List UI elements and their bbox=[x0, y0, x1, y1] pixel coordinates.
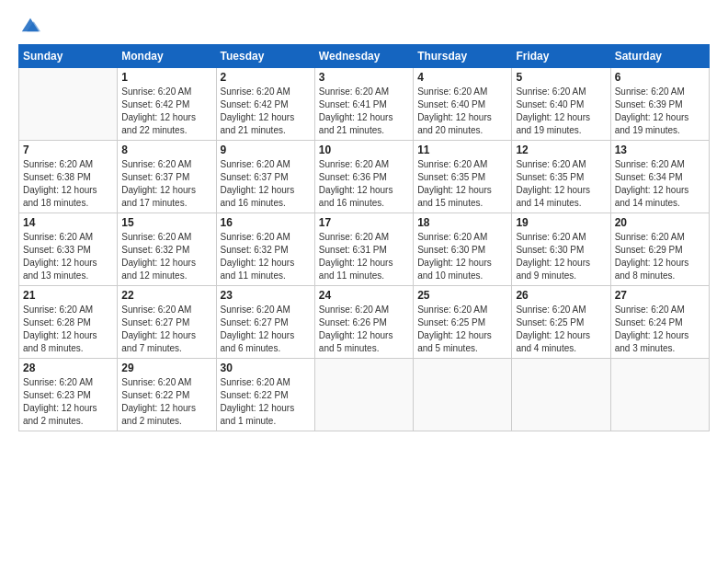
calendar-table: SundayMondayTuesdayWednesdayThursdayFrid… bbox=[18, 44, 710, 431]
day-number: 20 bbox=[615, 216, 705, 229]
day-number: 21 bbox=[23, 289, 113, 302]
day-number: 25 bbox=[417, 289, 507, 302]
calendar-cell: 22Sunrise: 6:20 AM Sunset: 6:27 PM Dayli… bbox=[118, 286, 216, 359]
day-info: Sunrise: 6:20 AM Sunset: 6:36 PM Dayligh… bbox=[319, 158, 409, 210]
calendar-cell bbox=[19, 68, 118, 141]
calendar-cell: 18Sunrise: 6:20 AM Sunset: 6:30 PM Dayli… bbox=[414, 213, 512, 286]
day-number: 10 bbox=[319, 144, 409, 156]
day-info: Sunrise: 6:20 AM Sunset: 6:25 PM Dayligh… bbox=[417, 304, 507, 355]
calendar-cell: 5Sunrise: 6:20 AM Sunset: 6:40 PM Daylig… bbox=[512, 68, 610, 141]
week-row-2: 7Sunrise: 6:20 AM Sunset: 6:38 PM Daylig… bbox=[19, 141, 710, 213]
col-header-monday: Monday bbox=[118, 45, 216, 68]
calendar-cell: 8Sunrise: 6:20 AM Sunset: 6:37 PM Daylig… bbox=[118, 141, 216, 213]
logo bbox=[18, 15, 40, 35]
day-info: Sunrise: 6:20 AM Sunset: 6:41 PM Dayligh… bbox=[319, 86, 409, 137]
day-number: 28 bbox=[23, 362, 113, 374]
calendar-cell: 1Sunrise: 6:20 AM Sunset: 6:42 PM Daylig… bbox=[118, 68, 216, 141]
calendar-cell: 23Sunrise: 6:20 AM Sunset: 6:27 PM Dayli… bbox=[216, 286, 314, 359]
day-number: 30 bbox=[221, 362, 311, 374]
day-info: Sunrise: 6:20 AM Sunset: 6:24 PM Dayligh… bbox=[615, 304, 705, 355]
calendar-cell bbox=[314, 359, 413, 431]
day-number: 15 bbox=[121, 216, 211, 229]
day-number: 17 bbox=[319, 216, 409, 229]
page: SundayMondayTuesdayWednesdayThursdayFrid… bbox=[0, 0, 728, 441]
calendar-cell: 30Sunrise: 6:20 AM Sunset: 6:22 PM Dayli… bbox=[216, 359, 314, 431]
calendar-cell bbox=[512, 359, 610, 431]
calendar-cell: 7Sunrise: 6:20 AM Sunset: 6:38 PM Daylig… bbox=[19, 141, 118, 213]
col-header-sunday: Sunday bbox=[19, 45, 118, 68]
day-number: 8 bbox=[121, 144, 211, 156]
day-info: Sunrise: 6:20 AM Sunset: 6:26 PM Dayligh… bbox=[319, 304, 409, 355]
day-number: 5 bbox=[516, 71, 606, 84]
header bbox=[18, 15, 710, 35]
day-number: 27 bbox=[615, 289, 705, 302]
day-info: Sunrise: 6:20 AM Sunset: 6:40 PM Dayligh… bbox=[516, 86, 606, 137]
day-info: Sunrise: 6:20 AM Sunset: 6:23 PM Dayligh… bbox=[23, 376, 113, 428]
day-number: 3 bbox=[319, 71, 409, 84]
calendar-header-row: SundayMondayTuesdayWednesdayThursdayFrid… bbox=[19, 45, 710, 68]
calendar-cell: 14Sunrise: 6:20 AM Sunset: 6:33 PM Dayli… bbox=[19, 213, 118, 286]
day-number: 19 bbox=[516, 216, 606, 229]
day-info: Sunrise: 6:20 AM Sunset: 6:30 PM Dayligh… bbox=[516, 231, 606, 282]
day-info: Sunrise: 6:20 AM Sunset: 6:42 PM Dayligh… bbox=[221, 86, 311, 137]
calendar-cell bbox=[610, 359, 709, 431]
calendar-cell bbox=[414, 359, 512, 431]
week-row-4: 21Sunrise: 6:20 AM Sunset: 6:28 PM Dayli… bbox=[19, 286, 710, 359]
week-row-3: 14Sunrise: 6:20 AM Sunset: 6:33 PM Dayli… bbox=[19, 213, 710, 286]
day-number: 14 bbox=[23, 216, 113, 229]
day-info: Sunrise: 6:20 AM Sunset: 6:37 PM Dayligh… bbox=[121, 158, 211, 210]
col-header-wednesday: Wednesday bbox=[314, 45, 413, 68]
calendar-cell: 20Sunrise: 6:20 AM Sunset: 6:29 PM Dayli… bbox=[610, 213, 709, 286]
calendar-cell: 25Sunrise: 6:20 AM Sunset: 6:25 PM Dayli… bbox=[414, 286, 512, 359]
calendar-cell: 6Sunrise: 6:20 AM Sunset: 6:39 PM Daylig… bbox=[610, 68, 709, 141]
day-info: Sunrise: 6:20 AM Sunset: 6:34 PM Dayligh… bbox=[615, 158, 705, 210]
col-header-tuesday: Tuesday bbox=[216, 45, 314, 68]
day-info: Sunrise: 6:20 AM Sunset: 6:42 PM Dayligh… bbox=[121, 86, 211, 137]
week-row-1: 1Sunrise: 6:20 AM Sunset: 6:42 PM Daylig… bbox=[19, 68, 710, 141]
calendar-cell: 10Sunrise: 6:20 AM Sunset: 6:36 PM Dayli… bbox=[314, 141, 413, 213]
day-info: Sunrise: 6:20 AM Sunset: 6:40 PM Dayligh… bbox=[417, 86, 507, 137]
calendar-cell: 27Sunrise: 6:20 AM Sunset: 6:24 PM Dayli… bbox=[610, 286, 709, 359]
calendar-cell: 11Sunrise: 6:20 AM Sunset: 6:35 PM Dayli… bbox=[414, 141, 512, 213]
calendar-cell: 17Sunrise: 6:20 AM Sunset: 6:31 PM Dayli… bbox=[314, 213, 413, 286]
day-info: Sunrise: 6:20 AM Sunset: 6:25 PM Dayligh… bbox=[516, 304, 606, 355]
day-info: Sunrise: 6:20 AM Sunset: 6:30 PM Dayligh… bbox=[417, 231, 507, 282]
day-number: 29 bbox=[121, 362, 211, 374]
day-info: Sunrise: 6:20 AM Sunset: 6:38 PM Dayligh… bbox=[23, 158, 113, 210]
calendar-cell: 13Sunrise: 6:20 AM Sunset: 6:34 PM Dayli… bbox=[610, 141, 709, 213]
day-number: 16 bbox=[221, 216, 311, 229]
calendar-cell: 24Sunrise: 6:20 AM Sunset: 6:26 PM Dayli… bbox=[314, 286, 413, 359]
day-info: Sunrise: 6:20 AM Sunset: 6:28 PM Dayligh… bbox=[23, 304, 113, 355]
calendar-cell: 28Sunrise: 6:20 AM Sunset: 6:23 PM Dayli… bbox=[19, 359, 118, 431]
calendar-cell: 4Sunrise: 6:20 AM Sunset: 6:40 PM Daylig… bbox=[414, 68, 512, 141]
day-number: 24 bbox=[319, 289, 409, 302]
day-number: 9 bbox=[221, 144, 311, 156]
calendar-cell: 16Sunrise: 6:20 AM Sunset: 6:32 PM Dayli… bbox=[216, 213, 314, 286]
week-row-5: 28Sunrise: 6:20 AM Sunset: 6:23 PM Dayli… bbox=[19, 359, 710, 431]
day-info: Sunrise: 6:20 AM Sunset: 6:32 PM Dayligh… bbox=[121, 231, 211, 282]
day-number: 4 bbox=[417, 71, 507, 84]
day-info: Sunrise: 6:20 AM Sunset: 6:33 PM Dayligh… bbox=[23, 231, 113, 282]
col-header-friday: Friday bbox=[512, 45, 610, 68]
day-number: 26 bbox=[516, 289, 606, 302]
day-info: Sunrise: 6:20 AM Sunset: 6:35 PM Dayligh… bbox=[516, 158, 606, 210]
day-number: 13 bbox=[615, 144, 705, 156]
calendar-cell: 15Sunrise: 6:20 AM Sunset: 6:32 PM Dayli… bbox=[118, 213, 216, 286]
calendar-cell: 26Sunrise: 6:20 AM Sunset: 6:25 PM Dayli… bbox=[512, 286, 610, 359]
day-number: 22 bbox=[121, 289, 211, 302]
day-number: 23 bbox=[221, 289, 311, 302]
day-info: Sunrise: 6:20 AM Sunset: 6:35 PM Dayligh… bbox=[417, 158, 507, 210]
calendar-cell: 21Sunrise: 6:20 AM Sunset: 6:28 PM Dayli… bbox=[19, 286, 118, 359]
calendar-cell: 2Sunrise: 6:20 AM Sunset: 6:42 PM Daylig… bbox=[216, 68, 314, 141]
day-number: 7 bbox=[23, 144, 113, 156]
calendar-cell: 29Sunrise: 6:20 AM Sunset: 6:22 PM Dayli… bbox=[118, 359, 216, 431]
day-number: 11 bbox=[417, 144, 507, 156]
day-info: Sunrise: 6:20 AM Sunset: 6:29 PM Dayligh… bbox=[615, 231, 705, 282]
day-number: 18 bbox=[417, 216, 507, 229]
day-info: Sunrise: 6:20 AM Sunset: 6:31 PM Dayligh… bbox=[319, 231, 409, 282]
col-header-thursday: Thursday bbox=[414, 45, 512, 68]
calendar-cell: 12Sunrise: 6:20 AM Sunset: 6:35 PM Dayli… bbox=[512, 141, 610, 213]
day-info: Sunrise: 6:20 AM Sunset: 6:22 PM Dayligh… bbox=[121, 376, 211, 428]
day-info: Sunrise: 6:20 AM Sunset: 6:22 PM Dayligh… bbox=[221, 376, 311, 428]
col-header-saturday: Saturday bbox=[610, 45, 709, 68]
